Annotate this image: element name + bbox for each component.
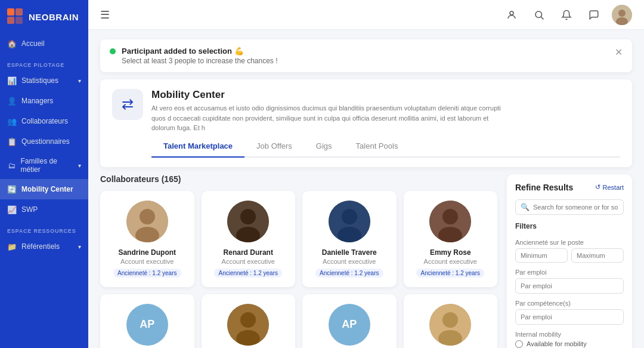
anciennete-max-input[interactable]: [571, 248, 624, 263]
sidebar: NEOBRAIN 🏠 Accueil ESPACE PILOTAGE 📊 Sta…: [0, 0, 88, 348]
notification-close-button[interactable]: ✕: [615, 47, 623, 58]
tab-talent-marketplace[interactable]: Talent Marketplace: [151, 135, 244, 158]
mobility-icon: ⇄: [122, 96, 134, 113]
sidebar-nav: 🏠 Accueil ESPACE PILOTAGE 📊 Statistiques…: [0, 33, 88, 348]
content-area: Participant added to selection 💪 Select …: [88, 30, 644, 348]
user-avatar[interactable]: [612, 5, 632, 25]
avatar: [429, 304, 471, 346]
search-icon-button[interactable]: [530, 5, 549, 24]
svg-point-4: [510, 11, 513, 15]
cards-grid: Sandrine Dupont Account executive Ancien…: [100, 191, 497, 349]
restart-icon: ↺: [595, 183, 600, 191]
logo-icon: [7, 8, 24, 25]
sidebar-item-label: Managers: [21, 97, 53, 105]
avatar-initials: AP: [126, 304, 168, 346]
svg-point-5: [535, 11, 542, 18]
logo-text: NEOBRAIN: [29, 12, 79, 22]
anciennete-label: Ancienneté sur le poste: [515, 239, 624, 246]
par-competence-filter: Par compétence(s): [515, 300, 624, 325]
person-card[interactable]: AP Odille Cruton Account executive Ancie…: [302, 294, 397, 349]
body-area: Collaborateurs (165) Sandrine Dupont Acc…: [100, 174, 632, 349]
panel-title: Collaborateurs (165): [100, 174, 497, 184]
person-card[interactable]: Odille Royer Account executive Anciennet…: [202, 294, 296, 349]
person-card[interactable]: Aline Lesauvage Account executive 1.2 ye…: [404, 294, 498, 349]
clipboard-icon: 📋: [7, 137, 17, 146]
notification-title: Participant added to selection 💪: [122, 47, 609, 56]
person-card[interactable]: Danielle Travere Account executive Ancie…: [302, 191, 397, 287]
mobility-info: Mobility Center At vero eos et accusamus…: [151, 89, 620, 158]
user-icon-button[interactable]: [502, 5, 521, 24]
mobility-icon-wrap: ⇄: [112, 89, 143, 120]
person-card[interactable]: Emmy Rose Account executive Ancienneté :…: [404, 191, 498, 287]
menu-icon[interactable]: ☰: [100, 8, 110, 21]
tab-talent-pools[interactable]: Talent Pools: [344, 135, 410, 158]
mobility-header: ⇄ Mobility Center At vero eos et accusam…: [100, 79, 632, 167]
par-emploi-label: Par emploi: [515, 269, 624, 276]
sidebar-item-referentiels[interactable]: 📁 Référentiels ▾: [0, 236, 88, 257]
refresh-icon: 🔄: [7, 184, 17, 194]
person-name: Sandrine Dupont: [118, 248, 176, 257]
person-name: Emmy Rose: [430, 248, 471, 257]
collaborators-panel: Collaborateurs (165) Sandrine Dupont Acc…: [100, 174, 497, 349]
sidebar-item-label: Familles de métier: [20, 157, 73, 174]
notifications-icon-button[interactable]: [557, 5, 576, 24]
sidebar-item-questionnaires[interactable]: 📋 Questionnaires: [0, 131, 88, 152]
sidebar-item-label: Statistiques: [21, 76, 58, 85]
section-label-pilotage: ESPACE PILOTAGE: [0, 54, 88, 70]
par-emploi-input[interactable]: [515, 278, 624, 294]
internal-mobility-label: Internal mobility: [515, 331, 624, 338]
notification-subtitle: Select at least 3 people to increase the…: [122, 57, 609, 65]
par-competence-input[interactable]: [515, 309, 624, 325]
mobility-description: At vero eos et accusamus et iusto odio d…: [151, 103, 509, 133]
person-badge: Ancienneté : 1.2 years: [214, 269, 282, 278]
mobility-radio[interactable]: [515, 340, 523, 348]
sidebar-item-managers[interactable]: 👤 Managers: [0, 91, 88, 111]
person-role: Account executive: [323, 258, 376, 265]
topbar-left: ☰: [100, 8, 110, 21]
notification-banner: Participant added to selection 💪 Select …: [100, 39, 632, 72]
section-label-ressources: ESPACE RESSOURCES: [0, 220, 88, 236]
sidebar-item-familles[interactable]: 🗂 Familles de métier ▾: [0, 152, 88, 179]
search-input[interactable]: [533, 204, 618, 211]
avatar: [227, 304, 269, 346]
mobility-title: Mobility Center: [151, 89, 620, 101]
sidebar-item-swp[interactable]: 📈 SWP: [0, 199, 88, 220]
chat-icon-button[interactable]: [584, 5, 603, 24]
filters-section: Filters Ancienneté sur le poste Par empl…: [515, 222, 624, 348]
svg-point-17: [342, 209, 357, 224]
search-icon: 🔍: [521, 203, 530, 211]
tab-gigs[interactable]: Gigs: [304, 135, 344, 158]
tab-job-offers[interactable]: Job Offers: [244, 135, 304, 158]
available-mobility-label: Available for mobility: [527, 340, 587, 347]
sidebar-item-collaborateurs[interactable]: 👥 Collaborateurs: [0, 111, 88, 131]
topbar-right: [502, 5, 632, 25]
person-badge: Ancienneté : 1.2 years: [416, 269, 484, 278]
svg-point-26: [442, 312, 458, 328]
book-icon: 📁: [7, 242, 17, 251]
sidebar-item-label: Collaborateurs: [21, 117, 68, 125]
avatar: [329, 201, 370, 242]
anciennete-min-input[interactable]: [515, 248, 568, 263]
topbar: ☰: [88, 0, 644, 30]
sidebar-item-mobility[interactable]: 🔄 Mobility Center: [0, 179, 88, 199]
svg-point-20: [442, 209, 458, 224]
svg-rect-3: [16, 17, 23, 24]
svg-rect-0: [7, 8, 14, 16]
sidebar-item-accueil[interactable]: 🏠 Accueil: [0, 33, 88, 54]
person-card[interactable]: Renard Durant Account executive Ancienne…: [202, 191, 296, 287]
sidebar-item-statistiques[interactable]: 📊 Statistiques ▾: [0, 70, 88, 91]
restart-button[interactable]: ↺ Restart: [595, 183, 624, 191]
refine-header: Refine Results ↺ Restart: [515, 183, 624, 192]
person-name: Renard Durant: [224, 248, 273, 257]
refine-panel: Refine Results ↺ Restart 🔍 Filters Ancie…: [507, 174, 632, 349]
person-card[interactable]: AP Aimeri Parris Account e Ancienneté :: [100, 294, 194, 349]
chevron-down-icon: ▾: [78, 244, 81, 250]
avatar-initials: AP: [329, 304, 370, 346]
person-card[interactable]: Sandrine Dupont Account executive Ancien…: [100, 191, 194, 287]
internal-mobility-filter: Internal mobility Available for mobility: [515, 331, 624, 348]
filters-label: Filters: [515, 222, 624, 230]
par-competence-label: Par compétence(s): [515, 300, 624, 307]
search-box[interactable]: 🔍: [515, 199, 624, 215]
chevron-down-icon: ▾: [78, 78, 81, 84]
analytics-icon: 📈: [7, 205, 17, 214]
